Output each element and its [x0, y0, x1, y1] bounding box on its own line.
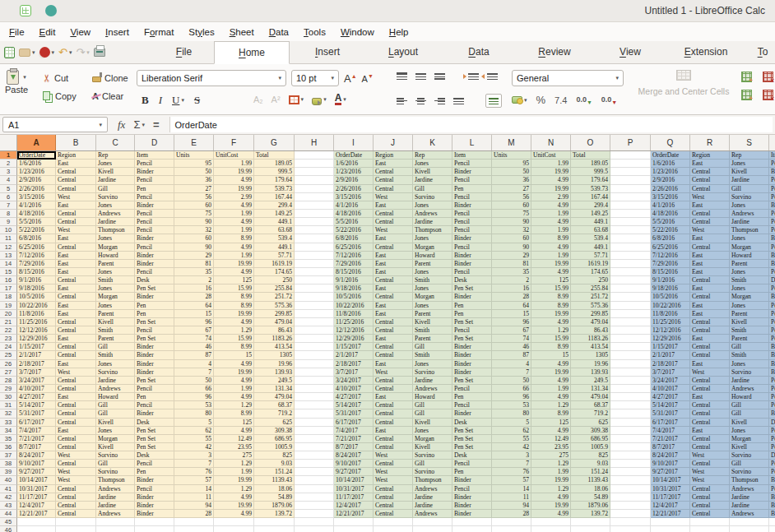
- cell-O8[interactable]: 149.25: [571, 210, 610, 218]
- cell-F5[interactable]: 19.99: [214, 185, 254, 193]
- cell-T20[interactable]: Pen: [769, 310, 775, 318]
- cell-D42[interactable]: Binder: [135, 493, 174, 502]
- cell-N20[interactable]: 19.99: [531, 310, 571, 318]
- cell-D33[interactable]: Desk: [135, 419, 174, 427]
- cell-O26[interactable]: 19.96: [571, 360, 610, 368]
- cell-M33[interactable]: 5: [492, 419, 531, 427]
- cell-M46[interactable]: [492, 526, 531, 532]
- cell-P13[interactable]: [610, 252, 651, 260]
- cell-A7[interactable]: 4/1/2016: [17, 201, 56, 210]
- cell-I15[interactable]: 8/15/2016: [334, 268, 374, 276]
- cell-P17[interactable]: [610, 285, 651, 293]
- cell-Q35[interactable]: 7/21/2017: [651, 435, 690, 443]
- cell-Q23[interactable]: 12/29/2016: [651, 335, 690, 343]
- cell-E31[interactable]: 53: [174, 401, 214, 409]
- cell-O38[interactable]: 9.03: [571, 460, 610, 468]
- cell-O42[interactable]: 54.89: [571, 493, 610, 502]
- cell-H29[interactable]: [295, 385, 334, 393]
- cell-M5[interactable]: 27: [492, 185, 531, 193]
- cell-J31[interactable]: Central: [374, 401, 413, 409]
- cell-H15[interactable]: [295, 268, 334, 276]
- cell-I36[interactable]: 8/7/2017: [334, 443, 374, 451]
- cell-E33[interactable]: 5: [174, 419, 214, 427]
- cell-D20[interactable]: Pen: [135, 310, 174, 318]
- number-format-button[interactable]: 7.4: [555, 95, 567, 105]
- cell-A10[interactable]: 5/22/2016: [17, 226, 56, 234]
- cell-E26[interactable]: 4: [174, 360, 214, 368]
- cell-G22[interactable]: 86.43: [254, 326, 295, 335]
- row-header-8[interactable]: 8: [0, 210, 17, 218]
- cell-S44[interactable]: Andrews: [730, 510, 769, 518]
- column-header-N[interactable]: N: [531, 135, 571, 150]
- cell-J41[interactable]: Central: [374, 485, 413, 493]
- cell-P8[interactable]: [610, 210, 651, 218]
- cell-D14[interactable]: Binder: [135, 260, 174, 268]
- cell-I27[interactable]: 3/7/2017: [334, 368, 374, 377]
- cell-O16[interactable]: 250: [571, 276, 610, 285]
- cell-L13[interactable]: Binder: [452, 252, 492, 260]
- chevron-down-icon[interactable]: ▾: [23, 74, 26, 81]
- cell-R37[interactable]: West: [690, 451, 730, 460]
- cell-M10[interactable]: 32: [492, 226, 531, 234]
- cell-F38[interactable]: 1.29: [214, 460, 254, 468]
- cell-K23[interactable]: Parent: [413, 335, 452, 343]
- cell-M23[interactable]: 74: [492, 335, 531, 343]
- cell-G13[interactable]: 57.71: [254, 252, 295, 260]
- cell-N14[interactable]: 19.99: [531, 260, 571, 268]
- cell-L42[interactable]: Binder: [452, 493, 492, 502]
- cell-D41[interactable]: Pencil: [135, 485, 174, 493]
- cell-N6[interactable]: 2.99: [531, 193, 571, 201]
- cell-K41[interactable]: Andrews: [413, 485, 452, 493]
- cell-H7[interactable]: [295, 201, 334, 210]
- row-header-45[interactable]: 45: [0, 518, 17, 526]
- redo-button[interactable]: ↷▾: [74, 46, 90, 59]
- cell-S39[interactable]: Sorvino: [730, 468, 769, 476]
- cell-N35[interactable]: 12.49: [531, 435, 571, 443]
- cell-D28[interactable]: Pen Set: [135, 377, 174, 385]
- cell-Q11[interactable]: 6/8/2016: [651, 234, 690, 243]
- cell-N30[interactable]: 4.99: [531, 393, 571, 401]
- cell-I12[interactable]: 6/25/2016: [334, 243, 374, 252]
- cell-N18[interactable]: 8.99: [531, 293, 571, 301]
- cell-P10[interactable]: [610, 226, 651, 234]
- cell-M4[interactable]: 36: [492, 176, 531, 184]
- cell-E40[interactable]: 57: [174, 476, 214, 484]
- superscript-button[interactable]: A²: [271, 95, 281, 104]
- cell-R26[interactable]: East: [690, 360, 730, 368]
- cell-E5[interactable]: 27: [174, 185, 214, 193]
- row-header-41[interactable]: 41: [0, 485, 17, 493]
- cell-B16[interactable]: Central: [56, 276, 96, 285]
- row-header-35[interactable]: 35: [0, 435, 17, 443]
- cell-P35[interactable]: [610, 435, 651, 443]
- cell-G42[interactable]: 54.89: [254, 493, 295, 502]
- cell-E46[interactable]: [174, 526, 214, 532]
- cell-P18[interactable]: [610, 293, 651, 301]
- cell-K5[interactable]: Gill: [413, 185, 452, 193]
- cell-C2[interactable]: Jones: [96, 160, 135, 168]
- cell-O36[interactable]: 1005.9: [571, 443, 610, 451]
- cell-J23[interactable]: East: [374, 335, 413, 343]
- cell-S11[interactable]: Jones: [730, 234, 769, 243]
- cell-B41[interactable]: Central: [56, 485, 96, 493]
- cell-C41[interactable]: Andrews: [96, 485, 135, 493]
- cell-F33[interactable]: 125: [214, 419, 254, 427]
- cell-I22[interactable]: 12/12/2016: [334, 326, 374, 335]
- cell-K46[interactable]: [413, 526, 452, 532]
- cell-J2[interactable]: East: [374, 160, 413, 168]
- cell-L15[interactable]: Pencil: [452, 268, 492, 276]
- cell-O3[interactable]: 999.5: [571, 168, 610, 176]
- cell-B12[interactable]: Central: [56, 243, 96, 252]
- align-left-icon[interactable]: [397, 97, 407, 104]
- cell-P1[interactable]: [610, 151, 651, 160]
- cell-C33[interactable]: Kivell: [96, 419, 135, 427]
- cell-T33[interactable]: Desk: [769, 419, 775, 427]
- cell-P23[interactable]: [610, 335, 651, 343]
- row-header-36[interactable]: 36: [0, 443, 17, 451]
- cell-M39[interactable]: 76: [492, 468, 531, 476]
- cell-E12[interactable]: 90: [174, 243, 214, 252]
- cell-M29[interactable]: 66: [492, 385, 531, 393]
- cell-E8[interactable]: 75: [174, 210, 214, 218]
- cell-D9[interactable]: Pencil: [135, 218, 174, 226]
- cell-E42[interactable]: 11: [174, 493, 214, 502]
- cell-Q45[interactable]: [651, 518, 690, 526]
